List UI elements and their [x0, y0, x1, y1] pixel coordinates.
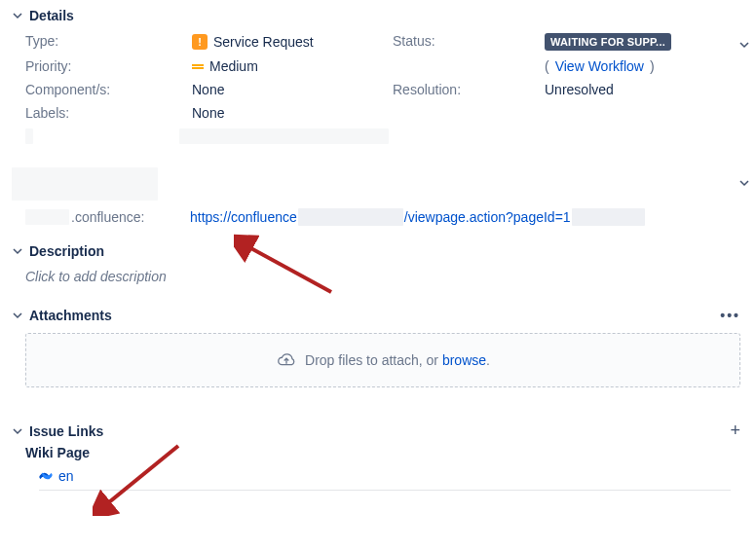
browse-link[interactable]: browse	[442, 352, 486, 368]
description-title: Description	[29, 243, 104, 259]
description-section-header[interactable]: Description	[12, 243, 744, 259]
confluence-url-part2: /viewpage.action?pageId=1	[404, 209, 571, 225]
redacted-row-spacer	[25, 152, 744, 160]
attachments-title: Attachments	[29, 308, 112, 323]
priority-value: Medium	[192, 58, 387, 74]
wiki-link-text: en	[58, 468, 74, 484]
attachments-options-icon[interactable]: •••	[720, 308, 744, 323]
priority-label: Priority:	[25, 58, 186, 74]
status-value: WAITING FOR SUPP...	[545, 33, 744, 51]
confluence-url[interactable]: https://confluence /viewpage.action?page…	[190, 208, 645, 226]
details-section-header[interactable]: Details	[12, 8, 744, 23]
cloud-upload-icon	[276, 351, 297, 369]
dropzone-period: .	[486, 352, 490, 368]
type-label: Type:	[25, 33, 186, 51]
components-value: None	[192, 82, 387, 97]
confluence-field-label: .confluence:	[71, 209, 145, 225]
resolution-label: Resolution:	[393, 82, 539, 97]
service-request-icon: !	[192, 34, 208, 50]
details-fields: Type: ! Service Request Status: WAITING …	[25, 33, 744, 226]
issue-links-section-header[interactable]: Issue Links	[12, 423, 103, 439]
redacted-row-1	[25, 128, 744, 144]
chevron-down-icon	[12, 425, 23, 437]
redacted-row-2	[12, 167, 744, 201]
wiki-page-subheading: Wiki Page	[25, 445, 744, 460]
type-text: Service Request	[213, 34, 314, 50]
workflow-cell: (View Workflow)	[545, 58, 744, 74]
chevron-down-icon	[12, 10, 23, 21]
status-badge[interactable]: WAITING FOR SUPP...	[545, 33, 671, 51]
components-label: Component/s:	[25, 82, 186, 97]
attachments-dropzone[interactable]: Drop files to attach, or browse.	[25, 333, 740, 387]
add-link-button[interactable]: +	[730, 421, 740, 441]
dropzone-text: Drop files to attach, or	[305, 352, 442, 368]
view-workflow-link[interactable]: View Workflow	[555, 58, 644, 74]
labels-value: None	[192, 105, 387, 121]
confluence-field-row: .confluence: https://confluence /viewpag…	[25, 208, 744, 226]
resolution-value: Unresolved	[545, 82, 744, 97]
wiki-link-row[interactable]: en	[39, 468, 731, 491]
details-title: Details	[29, 8, 74, 23]
priority-text: Medium	[209, 58, 258, 74]
chevron-down-icon	[12, 310, 23, 321]
type-value: ! Service Request	[192, 33, 387, 51]
description-placeholder[interactable]: Click to add description	[25, 269, 744, 284]
confluence-page-icon	[39, 469, 53, 483]
priority-medium-icon	[192, 64, 204, 69]
attachments-section-header[interactable]: Attachments	[12, 308, 112, 323]
collapse-panel-icon[interactable]	[735, 173, 754, 193]
chevron-down-icon	[12, 245, 23, 257]
labels-label: Labels:	[25, 105, 186, 121]
issue-links-title: Issue Links	[29, 423, 103, 439]
collapse-status-panel-icon[interactable]	[735, 35, 754, 55]
confluence-url-part1: https://confluence	[190, 209, 297, 225]
status-label: Status:	[393, 33, 539, 51]
